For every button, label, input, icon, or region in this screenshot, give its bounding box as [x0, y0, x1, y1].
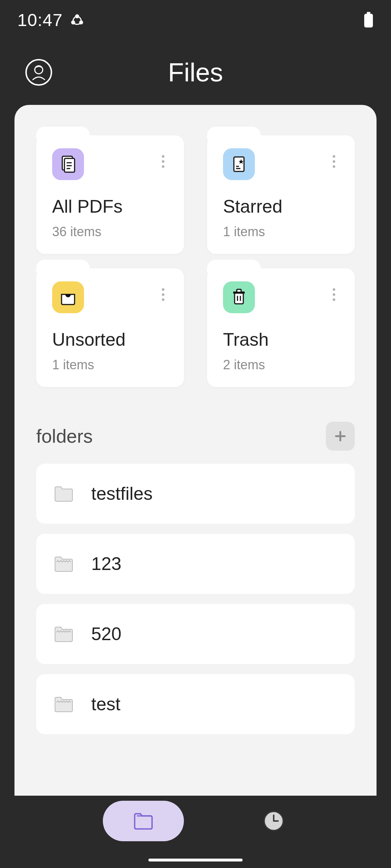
folder-icon — [54, 556, 74, 572]
dots-icon — [162, 288, 164, 301]
folder-name: test — [91, 694, 121, 715]
category-cards: All PDFs 36 items Starred 1 items — [36, 135, 355, 387]
card-menu-button[interactable] — [155, 286, 171, 302]
card-starred[interactable]: Starred 1 items — [207, 135, 355, 254]
nav-files-button[interactable] — [103, 801, 184, 841]
card-title: All PDFs — [52, 196, 168, 217]
svg-rect-17 — [237, 289, 241, 292]
bottom-nav — [0, 799, 391, 843]
card-menu-button[interactable] — [326, 153, 342, 169]
status-bar: 10:47 — [0, 0, 391, 40]
svg-point-5 — [35, 66, 43, 74]
folder-item-520[interactable]: 520 — [36, 604, 355, 664]
card-menu-button[interactable] — [155, 153, 171, 169]
card-tab — [207, 260, 261, 273]
folder-icon — [54, 485, 74, 502]
folder-item-testfiles[interactable]: testfiles — [36, 464, 355, 524]
svg-rect-11 — [234, 157, 244, 171]
battery-icon — [363, 12, 374, 28]
status-time: 10:47 — [17, 10, 63, 30]
documents-icon — [52, 148, 84, 180]
folder-icon — [54, 696, 74, 712]
folder-nav-icon — [133, 812, 154, 830]
card-count: 2 items — [223, 357, 339, 373]
svg-rect-4 — [364, 14, 373, 27]
avatar[interactable] — [25, 59, 52, 86]
dots-icon — [162, 155, 164, 168]
card-trash[interactable]: Trash 2 items — [207, 268, 355, 387]
home-indicator[interactable] — [148, 859, 243, 861]
star-document-icon — [223, 148, 255, 180]
page-title: Files — [168, 58, 223, 87]
main-content: All PDFs 36 items Starred 1 items — [14, 105, 377, 796]
trash-icon — [223, 281, 255, 313]
folders-title: folders — [36, 425, 93, 447]
card-count: 36 items — [52, 224, 168, 239]
clock-icon — [263, 810, 285, 832]
dots-icon — [333, 288, 335, 301]
folder-name: 520 — [91, 624, 121, 644]
card-tab — [36, 127, 90, 140]
dots-icon — [333, 155, 335, 168]
folder-item-test[interactable]: test — [36, 674, 355, 734]
status-left: 10:47 — [17, 10, 84, 30]
folder-name: testfiles — [91, 483, 153, 504]
app-header: Files — [0, 40, 391, 105]
add-folder-button[interactable] — [326, 422, 355, 451]
card-title: Starred — [223, 196, 339, 217]
card-title: Trash — [223, 329, 339, 350]
inbox-icon — [52, 281, 84, 313]
plus-icon — [333, 429, 348, 443]
card-title: Unsorted — [52, 329, 168, 350]
card-count: 1 items — [52, 357, 168, 373]
nav-recent-button[interactable] — [259, 807, 288, 835]
folder-item-123[interactable]: 123 — [36, 534, 355, 594]
folders-header: folders — [36, 422, 355, 451]
folder-icon — [54, 626, 74, 642]
card-tab — [36, 260, 90, 273]
svg-rect-3 — [367, 12, 370, 14]
card-tab — [207, 127, 261, 140]
folder-name: 123 — [91, 553, 121, 574]
sync-icon — [70, 13, 84, 27]
card-menu-button[interactable] — [326, 286, 342, 302]
card-unsorted[interactable]: Unsorted 1 items — [36, 268, 184, 387]
card-count: 1 items — [223, 224, 339, 239]
svg-rect-15 — [235, 293, 243, 304]
card-all-pdfs[interactable]: All PDFs 36 items — [36, 135, 184, 254]
